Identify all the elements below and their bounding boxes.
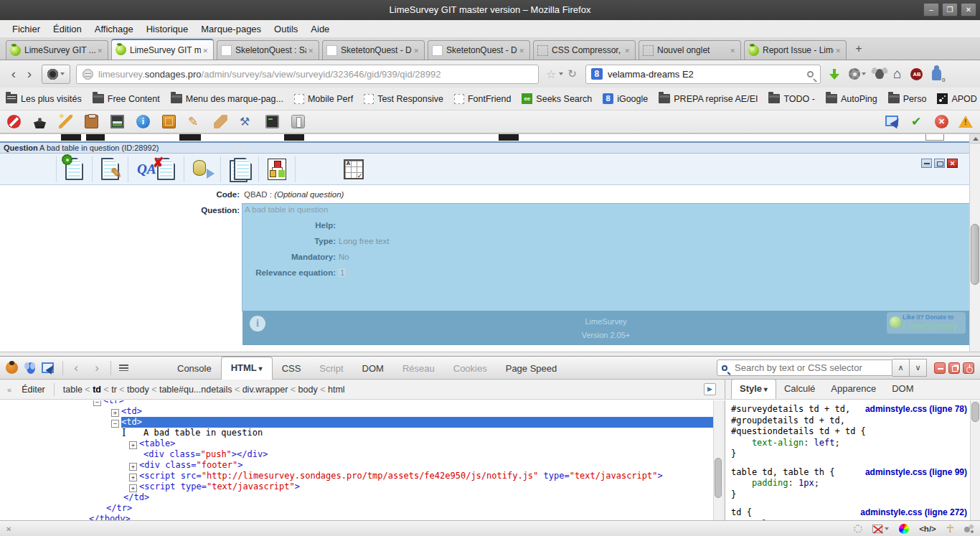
browser-tab[interactable]: CSS Compressor, F...	[533, 40, 636, 60]
tab-close-icon[interactable]	[412, 45, 420, 55]
bookmark-item[interactable]: Menu des marque-pag...	[171, 94, 283, 104]
open-side-panel-icon[interactable]	[704, 383, 716, 395]
breadcrumb-item[interactable]: table	[63, 385, 83, 395]
tree-line[interactable]: <tr>	[0, 400, 713, 406]
menu-item-outils[interactable]: Outils	[268, 22, 304, 37]
miscellaneous-icon[interactable]	[162, 115, 176, 128]
cookies-icon[interactable]	[33, 115, 47, 128]
style-tab-apparence[interactable]: Apparence	[823, 380, 884, 399]
outline-pencil-icon[interactable]	[188, 115, 202, 128]
back-icon[interactable]	[6, 66, 22, 82]
menu-item-édition[interactable]: Édition	[47, 22, 88, 37]
tree-line[interactable]: <div class="push"></div>	[0, 449, 713, 460]
panel-maximize-icon[interactable]	[934, 159, 945, 168]
firebug-menu-icon[interactable]	[117, 362, 131, 375]
menu-item-marque-pages[interactable]: Marque-pages	[194, 22, 268, 37]
css-wand-icon[interactable]	[59, 115, 72, 128]
browser-tab[interactable]: SkeletonQuest : Sa...	[217, 40, 319, 60]
minimize-icon[interactable]	[923, 3, 939, 17]
expander-plus-icon[interactable]	[129, 474, 137, 481]
bookmark-item[interactable]: Test Responsive	[364, 94, 443, 104]
browser-tab[interactable]: SketetonQuest - D...	[428, 40, 530, 60]
browser-tab[interactable]: LimeSurvey GIT ...	[6, 40, 108, 60]
bookmark-item[interactable]: APOD	[937, 93, 976, 104]
valid-check-icon[interactable]	[911, 115, 925, 128]
style-tab-dom[interactable]: DOM	[884, 380, 921, 399]
menu-item-fichier[interactable]: Fichier	[6, 22, 47, 37]
breadcrumb-item[interactable]: tr	[101, 385, 117, 395]
edit-button[interactable]: Éditer	[22, 385, 45, 395]
expander-minus-icon[interactable]	[111, 420, 119, 428]
breadcrumb-item[interactable]: tbody	[117, 385, 149, 395]
ankh-icon[interactable]	[946, 522, 954, 535]
search-icon[interactable]	[807, 71, 814, 77]
toggle-images-button[interactable]	[872, 525, 889, 533]
close-icon[interactable]	[961, 3, 976, 17]
tools-icon[interactable]	[240, 115, 253, 128]
tree-scrollbar[interactable]	[713, 400, 722, 520]
default-answers-icon[interactable]: A✓	[344, 159, 364, 179]
export-question-icon[interactable]	[193, 159, 212, 180]
element-select-icon[interactable]	[885, 115, 901, 128]
bookmark-item[interactable]: iGoogle	[603, 93, 648, 104]
breadcrumb-item[interactable]: div.wrapper	[232, 385, 288, 395]
edit-question-icon[interactable]: ✎	[101, 158, 119, 180]
new-question-icon[interactable]	[65, 158, 83, 180]
history-back-icon[interactable]	[69, 362, 83, 375]
tab-close-icon[interactable]	[834, 45, 842, 55]
google-search-icon[interactable]	[591, 68, 603, 80]
firebug-tab-réseau[interactable]: Réseau	[393, 358, 444, 380]
tab-close-icon[interactable]	[623, 45, 631, 55]
breadcrumb-item[interactable]: html	[318, 385, 345, 395]
tree-line[interactable]: </td>	[0, 492, 713, 503]
tree-line[interactable]: <script type="text/javascript">	[0, 481, 713, 492]
inspect-icon[interactable]	[42, 362, 56, 375]
tab-close-icon[interactable]	[95, 45, 104, 55]
person-addon-icon[interactable]: 0	[932, 69, 941, 80]
tree-line[interactable]: A bad table in question	[0, 428, 713, 438]
browser-tab[interactable]: Nouvel onglet	[639, 40, 741, 60]
delete-question-icon[interactable]: ✘	[157, 158, 175, 180]
bookmark-star-icon[interactable]	[546, 67, 556, 81]
maximize-icon[interactable]	[942, 3, 958, 17]
firebug-tab-script[interactable]: Script	[310, 358, 352, 380]
firebug-icon[interactable]	[6, 362, 18, 374]
images-icon[interactable]	[110, 115, 124, 128]
bookmark-item[interactable]: Perso	[888, 94, 927, 104]
scrollbar-thumb[interactable]	[971, 224, 979, 285]
view-source-icon[interactable]	[265, 115, 279, 128]
tree-line[interactable]: <table>	[0, 438, 713, 449]
tab-close-icon[interactable]	[517, 45, 526, 55]
firebug-tab-console[interactable]: Console	[168, 358, 221, 380]
statusbar-close-icon[interactable]	[6, 524, 11, 534]
panel-minimize-icon[interactable]	[921, 159, 932, 168]
error-icon[interactable]	[935, 115, 948, 128]
bookmark-item[interactable]: AutoPing	[826, 94, 877, 104]
css-source-link[interactable]: adminstyle.css (ligne 99)	[865, 467, 967, 479]
tree-line[interactable]: </tbody>	[0, 514, 713, 520]
menu-item-historique[interactable]: Historique	[140, 22, 195, 37]
conditions-icon[interactable]	[268, 159, 286, 180]
search-bar[interactable]: velamma-dreams E2	[585, 65, 821, 84]
tree-line[interactable]: <div class="footer">	[0, 460, 713, 471]
tree-line[interactable]: <script src="http://limesurvey.sondages.…	[0, 471, 713, 481]
scrollbar-thumb[interactable]	[971, 402, 979, 422]
tree-line[interactable]: <td>	[0, 406, 713, 417]
firebug-detach-icon[interactable]	[948, 362, 960, 374]
expander-plus-icon[interactable]	[111, 409, 119, 417]
css-source-link[interactable]: adminstyle.css (ligne 78)	[865, 404, 967, 415]
firebug-deactivate-icon[interactable]	[963, 362, 974, 374]
firebug-tab-css[interactable]: CSS	[273, 358, 311, 380]
new-tab-button[interactable]	[849, 41, 868, 58]
firebug-minimize-icon[interactable]	[934, 362, 946, 374]
css-selector[interactable]: #groupdetails td + td,	[731, 415, 845, 427]
css-selector[interactable]: table td, table th {	[731, 467, 835, 479]
browser-tab[interactable]: LimeSurvey GIT ma...	[111, 39, 214, 60]
bookmark-item[interactable]: Free Content	[93, 94, 160, 104]
download-icon[interactable]	[829, 68, 839, 80]
style-tab-calculé[interactable]: Calculé	[776, 380, 823, 399]
disable-icon[interactable]	[7, 115, 21, 128]
resize-ruler-icon[interactable]	[214, 115, 227, 128]
bookmark-item[interactable]: Seeks Search	[522, 93, 592, 104]
donate-badge[interactable]: Like it? Donate to LimeSurvey	[887, 312, 966, 334]
